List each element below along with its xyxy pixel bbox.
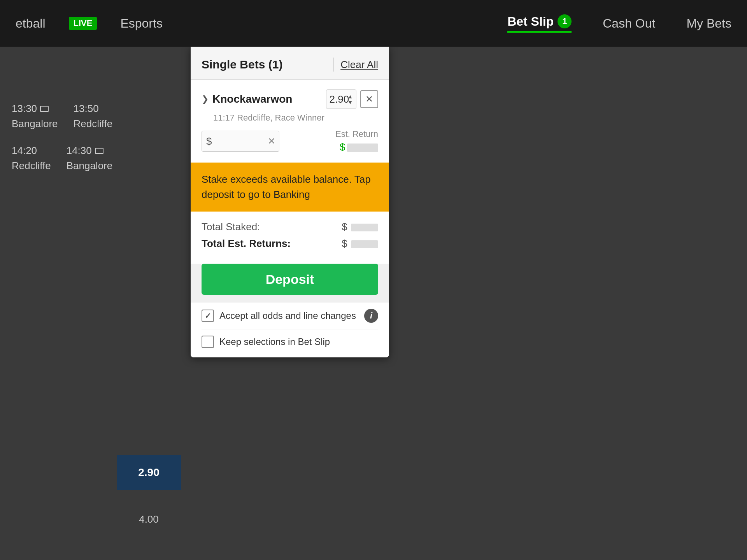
header-divider	[333, 58, 334, 72]
location-redcliffe-1: Redcliffe	[74, 116, 113, 131]
nav-center: Bet Slip 1 Cash Out My Bets	[507, 14, 731, 33]
bet-item-header: ❯ Knockawarwon 2.90 ▲ ▼ ✕	[202, 89, 378, 109]
total-staked-dollar: $	[342, 221, 347, 233]
total-returns-label: Total Est. Returns:	[202, 238, 291, 250]
stake-clear-icon[interactable]: ✕	[268, 136, 275, 147]
odds-spinners[interactable]: ▲ ▼	[347, 94, 353, 105]
schedule-row-2: 14:20 Redcliffe 14:30 Bangalore	[12, 143, 171, 173]
nav-cashout[interactable]: Cash Out	[603, 16, 655, 31]
checkbox-divider	[202, 329, 378, 329]
checkbox-row-keep: Keep selections in Bet Slip	[202, 336, 378, 348]
checkbox-keep-label: Keep selections in Bet Slip	[219, 336, 330, 347]
stake-dollar-sign: $	[206, 135, 212, 147]
stake-input-wrapper: $ ✕	[202, 131, 279, 152]
tv-icon-1	[40, 106, 49, 112]
clear-all-button[interactable]: Clear All	[340, 59, 378, 71]
tab-betslip[interactable]: Bet Slip 1	[507, 14, 572, 33]
total-returns-value-group: $	[342, 238, 378, 250]
remove-bet-button[interactable]: ✕	[360, 90, 378, 108]
time-1350-redcliffe: 13:50	[74, 101, 113, 116]
odds-input-group: 2.90 ▲ ▼ ✕	[326, 89, 378, 109]
odds-input-wrapper: 2.90 ▲ ▼	[326, 89, 356, 109]
betslip-title: Single Bets (1)	[202, 58, 282, 71]
total-staked-label: Total Staked:	[202, 221, 260, 233]
est-return-label: Est. Return	[335, 129, 378, 139]
betslip-panel: Single Bets (1) Clear All ❯ Knockawarwon…	[191, 47, 389, 357]
bet-item-knockawarwon: ❯ Knockawarwon 2.90 ▲ ▼ ✕ 11:17 Redcliff…	[191, 80, 389, 163]
nav-sport1[interactable]: etball	[16, 16, 46, 31]
total-returns-row: Total Est. Returns: $	[202, 238, 378, 250]
info-icon[interactable]: i	[364, 309, 378, 323]
totals-section: Total Staked: $ Total Est. Returns: $	[191, 212, 389, 264]
time-1430-bangalore: 14:30	[67, 143, 113, 158]
checkboxes-section: ✓ Accept all odds and line changes i Kee…	[191, 303, 389, 357]
betslip-count-badge: 1	[558, 14, 572, 28]
tv-icon-2	[95, 148, 103, 154]
nav-esports[interactable]: Esports	[120, 16, 162, 31]
bet-name-row: ❯ Knockawarwon	[202, 93, 292, 105]
checkmark-odds: ✓	[205, 311, 211, 320]
live-tag: LIVE	[69, 17, 97, 30]
schedule-item-4[interactable]: 14:30 Bangalore	[67, 143, 113, 173]
location-bangalore-2: Bangalore	[67, 158, 113, 173]
checkbox-odds-changes[interactable]: ✓	[202, 310, 214, 322]
odds-value-display: 2.90	[330, 93, 349, 105]
odds-box-1[interactable]: 2.90	[117, 455, 181, 490]
spinner-up[interactable]: ▲	[347, 94, 353, 99]
checkbox-row-odds: ✓ Accept all odds and line changes i	[202, 309, 378, 323]
schedule-item-1[interactable]: 13:30 Bangalore	[12, 101, 58, 131]
schedule-item-2[interactable]: 13:50 Redcliffe	[74, 101, 113, 131]
checkbox-odds-label: Accept all odds and line changes	[219, 310, 356, 321]
location-bangalore-1: Bangalore	[12, 116, 58, 131]
est-return-value	[347, 141, 378, 153]
deposit-button[interactable]: Deposit	[202, 264, 378, 295]
schedule-row-1: 13:30 Bangalore 13:50 Redcliffe	[12, 101, 171, 131]
odds-box-2[interactable]: 4.00	[117, 509, 181, 529]
time-1330-bangalore: 13:30	[12, 101, 58, 116]
schedule-list: 13:30 Bangalore 13:50 Redcliffe 14:20 Re…	[0, 93, 183, 193]
nav-live[interactable]: LIVE	[69, 17, 97, 30]
stake-row: $ ✕ Est. Return $	[202, 129, 378, 153]
est-return-value-row: $	[335, 141, 378, 153]
time-1420-redcliffe: 14:20	[12, 143, 51, 158]
chevron-right-icon: ❯	[202, 94, 209, 104]
top-nav: etball LIVE Esports Bet Slip 1 Cash Out …	[0, 0, 747, 47]
warning-banner: Stake exceeds available balance. Tap dep…	[191, 163, 389, 212]
nav-mybets[interactable]: My Bets	[686, 16, 731, 31]
betslip-tab-label: Bet Slip	[507, 14, 554, 29]
checkbox-keep-selections[interactable]	[202, 336, 214, 348]
total-staked-row: Total Staked: $	[202, 221, 378, 233]
est-return-section: Est. Return $	[335, 129, 378, 153]
spinner-down[interactable]: ▼	[347, 100, 353, 105]
total-returns-dollar: $	[342, 238, 347, 249]
est-return-dollar: $	[340, 141, 345, 153]
betslip-header: Single Bets (1) Clear All	[191, 47, 389, 80]
location-redcliffe-2: Redcliffe	[12, 158, 51, 173]
bet-subtitle: 11:17 Redcliffe, Race Winner	[213, 113, 378, 123]
schedule-item-3[interactable]: 14:20 Redcliffe	[12, 143, 51, 173]
header-right: Clear All	[327, 58, 378, 72]
total-staked-value-group: $	[342, 221, 378, 233]
bet-name: Knockawarwon	[212, 93, 292, 105]
